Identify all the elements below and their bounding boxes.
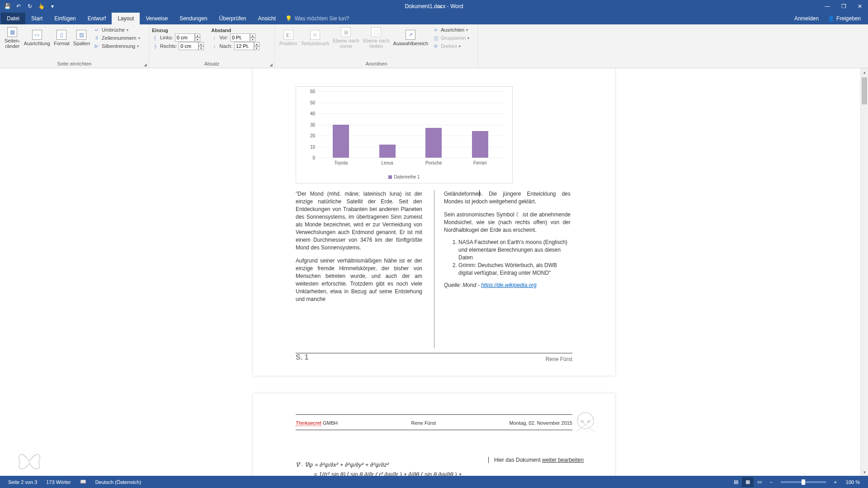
tab-home[interactable]: Start	[25, 13, 48, 24]
read-mode-icon[interactable]: ▤	[730, 477, 742, 487]
zoom-level[interactable]: 100 %	[841, 479, 864, 485]
paragraph[interactable]: "Der Mond (mhd. mâne; lateinisch luna) i…	[296, 190, 422, 252]
document-canvas[interactable]: 0102030405060ToyotaLexusPorscheFerrari D…	[0, 68, 868, 476]
qat-customize-icon[interactable]: ▾	[48, 2, 57, 11]
source-line[interactable]: Quelle: Mond - https://de.wikipedia.org	[444, 282, 571, 289]
breaks-button[interactable]: ↵Umbrüche▾	[94, 27, 140, 33]
minimize-button[interactable]: —	[819, 0, 835, 13]
spacing-before-input[interactable]	[230, 33, 250, 42]
align-button[interactable]: ≡Ausrichten▾	[433, 27, 469, 33]
tab-file[interactable]: Datei	[1, 13, 25, 24]
vertical-scrollbar[interactable]: ▴ ▾	[860, 68, 868, 476]
selection-pane-button[interactable]: ↗Auswahlbereich	[392, 26, 430, 50]
chart-legend: Datenreihe 1	[296, 174, 512, 179]
touch-mode-icon[interactable]: 👆	[37, 2, 46, 11]
indent-left-field[interactable]: ┤Links:▴▾	[152, 33, 204, 42]
status-bar: Seite 2 von 3 173 Wörter 📖 Deutsch (Öste…	[0, 476, 868, 488]
scrollbar-thumb[interactable]	[862, 77, 867, 104]
tab-insert[interactable]: Einfügen	[48, 13, 81, 24]
spin-down[interactable]: ▾	[254, 46, 259, 50]
chart-bar[interactable]	[472, 131, 488, 158]
group-label-arrange: Anordnen	[366, 61, 387, 66]
web-layout-icon[interactable]: ▭	[754, 477, 765, 487]
zoom-out-button[interactable]: −	[765, 477, 777, 487]
header-company: Thinksecret GMBH	[296, 420, 338, 426]
tab-layout[interactable]: Layout	[112, 13, 140, 24]
status-page[interactable]: Seite 2 von 3	[4, 479, 42, 485]
spin-down[interactable]: ▾	[198, 46, 204, 50]
redo-icon[interactable]: ↻	[25, 2, 34, 11]
chart-bar[interactable]	[379, 145, 396, 158]
status-language[interactable]: Deutsch (Österreich)	[91, 479, 146, 485]
size-button[interactable]: ▯Format	[52, 26, 71, 50]
indent-right-field[interactable]: ├Rechts:▴▾	[152, 42, 204, 50]
page-setup-dialog-icon[interactable]: ◢	[144, 62, 147, 67]
scroll-up-icon[interactable]: ▴	[861, 68, 868, 76]
paragraph-dialog-icon[interactable]: ◢	[269, 62, 273, 67]
hyphenation-button[interactable]: bᶜSilbentrennung▾	[94, 43, 140, 49]
equation-line: = 1/(r² sin θ) [ sin θ ∂/∂r ( r² ∂ψ/∂r )…	[296, 471, 472, 476]
quick-access-toolbar: 💾 ↶ ↻ 👆 ▾	[0, 2, 60, 11]
chart-y-tick: 60	[306, 89, 315, 94]
indent-right-input[interactable]	[179, 42, 198, 50]
spacing-after-field[interactable]: ↕Nach:▴▾	[211, 42, 259, 50]
paragraph[interactable]: Geländeformen. Die jüngere Entwicklung d…	[444, 190, 571, 206]
status-word-count[interactable]: 173 Wörter	[42, 479, 75, 485]
chart-y-tick: 0	[306, 155, 315, 160]
tab-design[interactable]: Entwurf	[82, 13, 112, 24]
tell-me-search[interactable]: 💡 Was möchten Sie tun?	[285, 13, 349, 24]
page-number: S. 1	[296, 353, 308, 361]
indent-left-input[interactable]	[175, 33, 195, 42]
paragraph[interactable]: Aufgrund seiner verhältnismäßigen Nähe i…	[296, 257, 422, 303]
spin-down[interactable]: ▾	[195, 38, 200, 42]
list-item[interactable]: NASA Factsheet on Earth's moons (Englisc…	[458, 239, 571, 262]
line-numbers-button[interactable]: #Zeilennummern▾	[94, 35, 140, 41]
text-box[interactable]: Hier das Dokument weiter bearbeiten	[488, 457, 588, 463]
chart-bar[interactable]	[333, 125, 349, 158]
close-button[interactable]: ✕	[852, 0, 868, 13]
butterfly-overlay-icon	[14, 448, 44, 474]
window-controls: — ❐ ✕	[819, 0, 868, 13]
hyperlink[interactable]: weiter bearbeiten	[542, 457, 584, 463]
page-1[interactable]: 0102030405060ToyotaLexusPorscheFerrari D…	[253, 68, 615, 375]
tab-mailings[interactable]: Sendungen	[174, 13, 213, 24]
paragraph[interactable]: Sein astronomisches Symbol ☾ ist die abn…	[444, 211, 571, 234]
tab-view[interactable]: Ansicht	[252, 13, 282, 24]
chart-x-label: Porsche	[422, 160, 445, 165]
list-item[interactable]: Grimm: Deutsches Wörterbuch, als DWB dig…	[458, 262, 571, 277]
scroll-down-icon[interactable]: ▾	[861, 468, 868, 476]
chart-object[interactable]: 0102030405060ToyotaLexusPorscheFerrari D…	[296, 86, 513, 183]
spin-down[interactable]: ▾	[250, 38, 255, 42]
tab-review[interactable]: Überprüfen	[213, 13, 252, 24]
share-button[interactable]: 👤 Freigeben	[824, 15, 864, 22]
zoom-slider[interactable]	[781, 481, 826, 483]
page-header: Thinksecret GMBH Rene Fürst Montag, 02. …	[296, 416, 572, 430]
spacing-after-input[interactable]	[234, 42, 254, 50]
undo-icon[interactable]: ↶	[14, 2, 23, 11]
spacing-before-field[interactable]: ↕Vor:▴▾	[211, 33, 259, 42]
margins-button[interactable]: ▦Seiten- ränder	[3, 26, 22, 50]
spin-up[interactable]: ▴	[250, 33, 255, 38]
body-column-2[interactable]: Geländeformen. Die jüngere Entwicklung d…	[444, 190, 571, 289]
orientation-button[interactable]: ▭Ausrichtung	[22, 26, 52, 50]
legend-swatch	[388, 175, 392, 179]
columns-button[interactable]: ▥Spalten	[71, 26, 92, 50]
zoom-in-button[interactable]: +	[830, 477, 841, 487]
sign-in-link[interactable]: Anmelden	[791, 15, 822, 22]
tab-references[interactable]: Verweise	[140, 13, 174, 24]
hyperlink[interactable]: https://de.wikipedia.org	[481, 282, 537, 288]
chart-bar[interactable]	[425, 128, 442, 158]
chart-x-label: Toyota	[330, 160, 352, 165]
status-proofing-icon[interactable]: 📖	[75, 479, 91, 485]
spin-up[interactable]: ▴	[195, 33, 200, 38]
save-icon[interactable]: 💾	[3, 2, 12, 11]
page-2[interactable]: Thinksecret GMBH Rene Fürst Montag, 02. …	[253, 394, 615, 476]
columns-icon: ▥	[76, 30, 86, 40]
spin-up[interactable]: ▴	[198, 42, 204, 46]
maximize-button[interactable]: ❐	[835, 0, 852, 13]
spin-up[interactable]: ▴	[254, 42, 259, 46]
equation-object[interactable]: ∇ · ∇ψ = ∂²ψ/∂x² + ∂²ψ/∂y² + ∂²ψ/∂z² = 1…	[296, 461, 472, 476]
body-column-1[interactable]: "Der Mond (mhd. mâne; lateinisch luna) i…	[296, 190, 422, 303]
group-icon: ◫	[433, 35, 439, 41]
print-layout-icon[interactable]: ▦	[742, 477, 754, 487]
